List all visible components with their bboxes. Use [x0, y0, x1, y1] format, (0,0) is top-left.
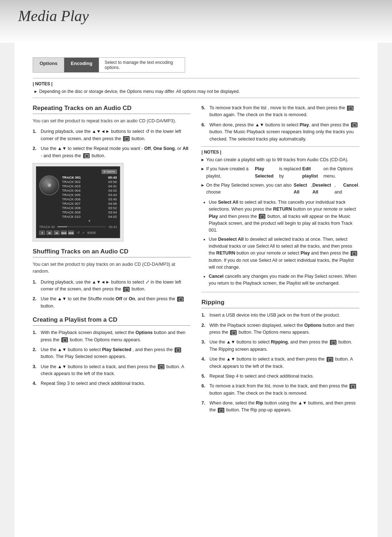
- ripping-step-7: 7. When done, select the Rip button usin…: [201, 400, 359, 414]
- notes-title-left: | NOTES |: [33, 81, 359, 86]
- ripping-step-4: 4. Use the ▲▼ buttons to select a track,…: [201, 356, 359, 370]
- repeating-step-2: 2. Use the ▲▼ to select the Repeat mode …: [33, 145, 191, 159]
- notes-box-left: | NOTES | Depending on the disc or stora…: [33, 78, 359, 98]
- shuffling-step-1: 1. During playback, use the ▲▼◄► buttons…: [33, 279, 191, 293]
- enter-btn-rip-6: [350, 384, 356, 389]
- enter-btn-notes-2: [351, 251, 357, 256]
- sub-bullet-cancel: Cancel cancells any changes you made on …: [209, 273, 359, 287]
- section-heading-repeating: Repeating Tracks on an Audio CD: [33, 105, 191, 114]
- notes-box-right: | NOTES | You can create a playlist with…: [201, 146, 359, 292]
- playlist-steps: 1. With the Playback screen displayed, s…: [33, 329, 191, 387]
- repeating-step-1: 1. During playback, use the ▲▼◄► buttons…: [33, 128, 191, 142]
- playlist-step-1: 1. With the Playback screen displayed, s…: [33, 329, 191, 343]
- enter-btn-pl-2: [175, 347, 181, 353]
- cd-track-list: TRACK 00100:43 TRACK 00203:56 TRACK 0030…: [62, 175, 117, 223]
- ripping-step-1: 1. Insert a USB device into the USB jack…: [201, 312, 359, 319]
- enter-btn-pl-5: [347, 106, 354, 111]
- section-heading-shuffling: Shuffling Tracks on an Audio CD: [33, 248, 191, 257]
- encoding-tab[interactable]: Encoding: [64, 58, 99, 72]
- notes-item-left-0: Depending on the disc or storage device,…: [33, 88, 359, 95]
- ripping-step-3: 3. Use the ▲▼ buttons to select Ripping,…: [201, 339, 359, 353]
- playlist-step-3: 3. Use the ▲▼ buttons to select a track,…: [33, 363, 191, 378]
- cd-controls: ⏸ ⏮ ⏭ ⏮⏮ ⏭⏭ ↺ ⤢ ⊞⊞⊞: [39, 231, 117, 235]
- right-column: 5. To remove track from the list , move …: [201, 105, 359, 418]
- playlist-step-6: 6. When done, press the ▲▼ buttons to se…: [201, 122, 359, 143]
- notes-title-right: | NOTES |: [201, 150, 359, 155]
- playlist-step-4: 4. Repeat Step 3 to select and check add…: [33, 380, 191, 387]
- ripping-step-2: 2. With the Playback screen displayed, s…: [201, 322, 359, 336]
- ripping-steps: 1. Insert a USB device into the USB jack…: [201, 312, 359, 414]
- enter-btn-rip-3: [330, 340, 336, 345]
- enter-button-icon: [123, 136, 130, 141]
- page-title: Media Play: [18, 7, 374, 25]
- options-encoding-bar: Options Encoding Select to manage the te…: [33, 57, 185, 73]
- sub-bullet-selectall: Use Select All to select all tracks. Thi…: [209, 199, 359, 234]
- cd-player-image: ⊞ Options TRACK 00100:43 TRACK 00203:56 …: [33, 163, 123, 241]
- enter-btn-rip-2: [230, 330, 237, 335]
- notes-right-item-1: If you have created a playlist, Play Sel…: [201, 166, 359, 180]
- enter-btn-notes-1: [259, 214, 265, 219]
- ripping-step-6: 6. To remove a track from the list, move…: [201, 383, 359, 397]
- left-column: Repeating Tracks on an Audio CD You can …: [33, 105, 191, 418]
- shuffling-steps: 1. During playback, use the ▲▼◄► buttons…: [33, 279, 191, 310]
- enter-btn-shuffle-1: [123, 287, 130, 292]
- playlist-steps-cont: 5. To remove track from the list , move …: [201, 105, 359, 143]
- cd-disc-graphic: [39, 175, 59, 195]
- notes-right-item-0: You can create a playlist with up to 99 …: [201, 156, 359, 163]
- options-desc: Select to manage the text encoding optio…: [99, 58, 185, 72]
- enter-btn-pl-1: [61, 337, 68, 342]
- shuffling-intro: You can set the product to play tracks o…: [33, 261, 191, 275]
- options-small-btn: ⊞ Options: [102, 170, 117, 174]
- repeating-steps: 1. During playback, use the ▲▼◄► buttons…: [33, 128, 191, 159]
- repeating-intro: You can set the product to repeat tracks…: [33, 118, 191, 125]
- shuffling-step-2: 2. Use the ▲▼ to set the Shuffle mode Of…: [33, 296, 191, 310]
- section-heading-playlist: Creating a Playlist from a CD: [33, 316, 191, 326]
- enter-btn-pl-3: [158, 364, 164, 369]
- enter-btn-rip-4: [327, 357, 333, 362]
- notes-right-list: You can create a playlist with up to 99 …: [201, 156, 359, 196]
- notes-right-subbullets: Use Select All to select all tracks. Thi…: [201, 199, 359, 287]
- notes-right-item-2: On the Play Selected screen, you can als…: [201, 182, 359, 196]
- ripping-step-5: 5. Repeat Step 4 to select and check add…: [201, 373, 359, 380]
- options-tab[interactable]: Options: [33, 58, 64, 72]
- enter-btn-rip-7: [218, 408, 224, 413]
- playlist-step-2: 2. Use the ▲▼ buttons to select Play Sel…: [33, 346, 191, 361]
- playlist-step-5: 5. To remove track from the list , move …: [201, 105, 359, 119]
- enter-btn-shuffle-2: [177, 297, 184, 302]
- enter-btn-pl-6: [351, 122, 358, 127]
- enter-button-icon-2: [83, 153, 90, 158]
- section-heading-ripping: Ripping: [201, 299, 359, 308]
- sub-bullet-deselectall: Use Deselect All to deselect all selecte…: [209, 236, 359, 271]
